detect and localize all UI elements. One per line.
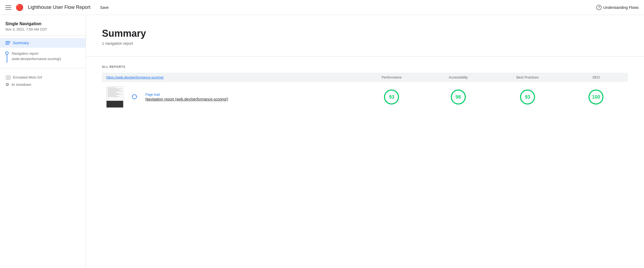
sidebar-summary-label: Summary bbox=[13, 41, 29, 45]
sidebar-meta-cpu: ⚙ 4x slowdown bbox=[5, 81, 80, 88]
report-type: Page load bbox=[145, 93, 353, 96]
lighthouse-logo-icon: 🔴 bbox=[16, 4, 24, 11]
table-row: Page load Navigation report (web.dev/per… bbox=[102, 82, 628, 112]
hamburger-menu-button[interactable] bbox=[5, 5, 11, 10]
score-performance[interactable]: 93 bbox=[384, 90, 399, 105]
score-seo[interactable]: 100 bbox=[588, 90, 603, 105]
score-accessibility-cell: 98 bbox=[426, 82, 491, 112]
sidebar-report-title: Navigation report bbox=[12, 51, 61, 56]
header-title: Lighthouse User Flow Report bbox=[28, 5, 90, 10]
pin-icon bbox=[5, 51, 9, 63]
sidebar-meta-device-label: Emulated Moto G4 bbox=[13, 75, 42, 79]
sidebar-section-title: Single Navigation bbox=[0, 21, 86, 27]
reports-table-header: https://web.dev/performance-scoring/ Per… bbox=[102, 73, 628, 82]
report-name-cell: Page load Navigation report (web.dev/per… bbox=[141, 82, 358, 112]
sidebar-meta: ⬜ Emulated Moto G4 ⚙ 4x slowdown bbox=[0, 70, 86, 91]
score-seo-cell: 100 bbox=[564, 82, 628, 112]
score-best-practices[interactable]: 93 bbox=[520, 90, 535, 105]
score-performance-cell: 93 bbox=[358, 82, 426, 112]
sidebar-meta-device: ⬜ Emulated Moto G4 bbox=[5, 74, 80, 81]
radio-cell bbox=[128, 82, 141, 112]
device-icon: ⬜ bbox=[5, 75, 11, 80]
summary-section: Summary 1 navigation report bbox=[86, 15, 644, 57]
col-performance: Performance bbox=[358, 73, 426, 82]
main-layout: Single Navigation Nov 3, 2021, 7:00 AM C… bbox=[0, 15, 644, 268]
sidebar-item-summary[interactable]: Summary bbox=[0, 38, 86, 48]
cpu-icon: ⚙ bbox=[5, 82, 9, 87]
summary-title: Summary bbox=[102, 28, 628, 39]
score-best-practices-cell: 93 bbox=[491, 82, 564, 112]
score-accessibility[interactable]: 98 bbox=[451, 90, 466, 105]
reports-section-label: ALL REPORTS bbox=[102, 65, 628, 68]
sidebar-meta-cpu-label: 4x slowdown bbox=[11, 83, 31, 87]
sidebar: Single Navigation Nov 3, 2021, 7:00 AM C… bbox=[0, 15, 86, 268]
reports-section: ALL REPORTS https://web.dev/performance-… bbox=[86, 57, 644, 121]
header: 🔴 Lighthouse User Flow Report Save ? Und… bbox=[0, 0, 644, 15]
main-content: Summary 1 navigation report ALL REPORTS … bbox=[86, 15, 644, 268]
row-radio[interactable] bbox=[132, 94, 137, 99]
reports-table: https://web.dev/performance-scoring/ Per… bbox=[102, 73, 628, 112]
header-left: 🔴 Lighthouse User Flow Report Save bbox=[5, 4, 109, 11]
col-seo: SEO bbox=[564, 73, 628, 82]
col-accessibility: Accessibility bbox=[426, 73, 491, 82]
sidebar-report-text: Navigation report (web.dev/performance-s… bbox=[12, 51, 61, 61]
sidebar-report-url: (web.dev/performance-scoring/) bbox=[12, 56, 61, 62]
save-button[interactable]: Save bbox=[100, 5, 109, 10]
sidebar-divider-2 bbox=[0, 68, 86, 68]
summary-subtitle: 1 navigation report bbox=[102, 41, 628, 46]
col-url: https://web.dev/performance-scoring/ bbox=[102, 73, 358, 82]
page-thumbnail bbox=[106, 86, 123, 108]
sidebar-divider bbox=[0, 36, 86, 36]
understanding-flows-link[interactable]: ? Understanding Flows bbox=[596, 5, 639, 10]
thumbnail-cell bbox=[102, 82, 128, 112]
sidebar-date: Nov 3, 2021, 7:00 AM CDT bbox=[0, 27, 86, 36]
help-icon: ? bbox=[596, 5, 602, 10]
url-link[interactable]: https://web.dev/performance-scoring/ bbox=[106, 75, 164, 79]
help-link-label: Understanding Flows bbox=[603, 5, 639, 10]
col-best-practices: Best Practices bbox=[491, 73, 564, 82]
sidebar-item-navigation-report[interactable]: Navigation report (web.dev/performance-s… bbox=[0, 48, 86, 66]
list-icon bbox=[5, 41, 10, 44]
report-name-link[interactable]: Navigation report (web.dev/performance-s… bbox=[145, 97, 228, 101]
